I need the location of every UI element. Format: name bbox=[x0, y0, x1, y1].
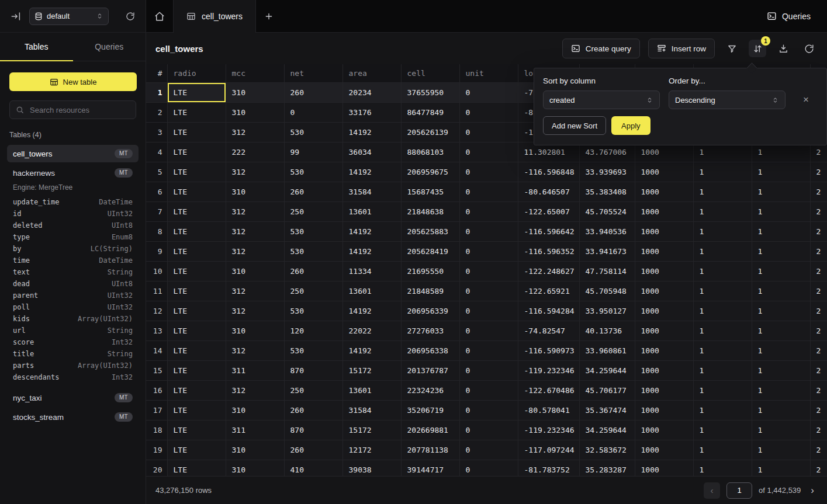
cell[interactable]: 1 bbox=[752, 281, 810, 301]
cell[interactable]: 12172 bbox=[342, 440, 401, 460]
cell[interactable]: -117.097244 bbox=[518, 440, 579, 460]
cell[interactable]: 206956339 bbox=[401, 301, 459, 321]
cell[interactable]: 14192 bbox=[342, 242, 401, 262]
row-number[interactable]: 4 bbox=[146, 142, 167, 162]
cell[interactable]: LTE bbox=[167, 142, 226, 162]
cell[interactable]: 33.950127 bbox=[579, 301, 635, 321]
cell[interactable]: LTE bbox=[167, 202, 226, 222]
cell[interactable]: 312 bbox=[226, 281, 284, 301]
cell[interactable]: 1 bbox=[693, 262, 752, 281]
cell[interactable]: 207781138 bbox=[401, 440, 459, 460]
cell[interactable]: LTE bbox=[167, 301, 226, 321]
cell[interactable]: 311 bbox=[226, 420, 284, 440]
cell[interactable]: 15687435 bbox=[401, 182, 459, 202]
cell[interactable]: -81.783752 bbox=[518, 460, 579, 477]
cell[interactable]: 260 bbox=[284, 440, 342, 460]
cell[interactable]: 0 bbox=[459, 162, 518, 182]
cell[interactable]: 14192 bbox=[342, 301, 401, 321]
cell[interactable]: 0 bbox=[459, 182, 518, 202]
cell[interactable]: 31584 bbox=[342, 182, 401, 202]
cell[interactable]: 260 bbox=[284, 401, 342, 420]
cell[interactable]: 250 bbox=[284, 381, 342, 401]
cell[interactable]: 21695550 bbox=[401, 262, 459, 281]
cell[interactable]: 37655950 bbox=[401, 83, 459, 103]
sort-column-select[interactable]: created bbox=[543, 91, 660, 109]
cell[interactable]: 1000 bbox=[635, 182, 693, 202]
cell[interactable]: -119.232346 bbox=[518, 420, 579, 440]
cell[interactable]: 260 bbox=[284, 83, 342, 103]
cell[interactable]: 1 bbox=[693, 182, 752, 202]
add-new-sort-button[interactable]: Add new Sort bbox=[543, 116, 606, 135]
row-number[interactable]: 13 bbox=[146, 321, 167, 341]
cell[interactable]: -80.646507 bbox=[518, 182, 579, 202]
cell[interactable]: 86477849 bbox=[401, 103, 459, 123]
row-number[interactable]: 15 bbox=[146, 361, 167, 381]
cell[interactable]: 21848638 bbox=[401, 202, 459, 222]
row-number[interactable]: 9 bbox=[146, 242, 167, 262]
cell[interactable]: 45.706177 bbox=[579, 381, 635, 401]
cell[interactable]: -122.65007 bbox=[518, 202, 579, 222]
cell[interactable]: 1 bbox=[693, 381, 752, 401]
cell[interactable]: 21848589 bbox=[401, 281, 459, 301]
column-header-unit[interactable]: unit bbox=[459, 64, 518, 83]
column-header-mcc[interactable]: mcc bbox=[226, 64, 284, 83]
cell[interactable]: 310 bbox=[226, 321, 284, 341]
cell[interactable]: 20234 bbox=[342, 83, 401, 103]
cell[interactable]: 1 bbox=[752, 401, 810, 420]
column-header-radio[interactable]: radio bbox=[167, 64, 226, 83]
cell[interactable]: 0 bbox=[459, 103, 518, 123]
cell[interactable]: 39144717 bbox=[401, 460, 459, 477]
cell[interactable]: 1 bbox=[693, 420, 752, 440]
collapse-sidebar-button[interactable] bbox=[8, 9, 23, 24]
cell[interactable]: 0 bbox=[459, 301, 518, 321]
cell[interactable]: LTE bbox=[167, 242, 226, 262]
cell[interactable]: 27276033 bbox=[401, 321, 459, 341]
cell[interactable]: 33.960861 bbox=[579, 341, 635, 361]
insert-row-button[interactable]: Insert row bbox=[648, 39, 715, 58]
cell[interactable]: LTE bbox=[167, 222, 226, 242]
cell[interactable]: 0 bbox=[459, 222, 518, 242]
row-number[interactable]: 5 bbox=[146, 162, 167, 182]
cell[interactable]: 34.259644 bbox=[579, 420, 635, 440]
cell[interactable]: 2 bbox=[810, 341, 827, 361]
cell[interactable]: 205625883 bbox=[401, 222, 459, 242]
cell[interactable]: 45.705524 bbox=[579, 202, 635, 222]
cell[interactable]: 1 bbox=[752, 440, 810, 460]
new-table-button[interactable]: New table bbox=[9, 72, 137, 91]
cell[interactable]: 312 bbox=[226, 301, 284, 321]
cell[interactable]: 1000 bbox=[635, 440, 693, 460]
cell[interactable]: 14192 bbox=[342, 162, 401, 182]
home-button[interactable] bbox=[146, 0, 173, 33]
row-number[interactable]: 1 bbox=[146, 83, 167, 103]
cell[interactable]: 1000 bbox=[635, 381, 693, 401]
cell[interactable]: 310 bbox=[226, 460, 284, 477]
cell[interactable]: 2 bbox=[810, 202, 827, 222]
cell[interactable]: 1 bbox=[752, 341, 810, 361]
column-header-area[interactable]: area bbox=[342, 64, 401, 83]
cell[interactable]: 1 bbox=[693, 401, 752, 420]
cell[interactable]: 870 bbox=[284, 420, 342, 440]
sort-direction-select[interactable]: Descending bbox=[669, 91, 786, 109]
cell[interactable]: 310 bbox=[226, 262, 284, 281]
cell[interactable]: 35.367474 bbox=[579, 401, 635, 420]
cell[interactable]: 530 bbox=[284, 162, 342, 182]
cell[interactable]: 1000 bbox=[635, 242, 693, 262]
remove-sort-button[interactable]: × bbox=[802, 93, 810, 106]
cell[interactable]: 250 bbox=[284, 281, 342, 301]
cell[interactable]: 1000 bbox=[635, 262, 693, 281]
cell[interactable]: 2 bbox=[810, 401, 827, 420]
cell[interactable]: 0 bbox=[459, 381, 518, 401]
cell[interactable]: 15172 bbox=[342, 361, 401, 381]
cell[interactable]: 206956338 bbox=[401, 341, 459, 361]
cell[interactable]: 33176 bbox=[342, 103, 401, 123]
cell[interactable]: 1000 bbox=[635, 321, 693, 341]
sidebar-table-nyc_taxi[interactable]: nyc_taxiMT bbox=[7, 389, 139, 406]
download-button[interactable] bbox=[774, 40, 792, 57]
cell[interactable]: 530 bbox=[284, 341, 342, 361]
row-number[interactable]: 20 bbox=[146, 460, 167, 477]
cell[interactable]: LTE bbox=[167, 341, 226, 361]
cell[interactable]: 1 bbox=[752, 242, 810, 262]
row-number[interactable]: 11 bbox=[146, 281, 167, 301]
cell[interactable]: 22022 bbox=[342, 321, 401, 341]
cell[interactable]: 2 bbox=[810, 162, 827, 182]
